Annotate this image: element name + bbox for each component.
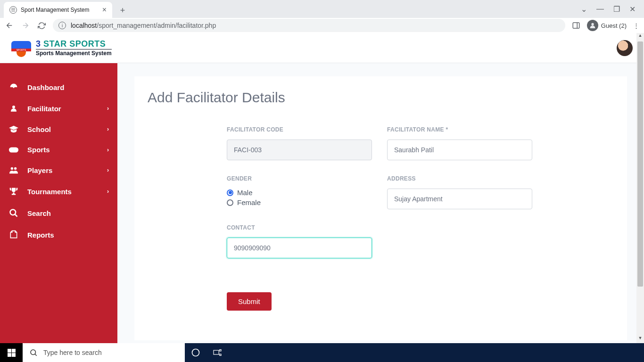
logo-badge-icon: SPORTS	[11, 41, 31, 55]
gender-label: GENDER	[227, 175, 372, 182]
gender-radio-female[interactable]: Female	[227, 198, 372, 206]
maximize-icon[interactable]: ❐	[613, 5, 620, 14]
close-tab-icon[interactable]: ×	[102, 6, 107, 14]
svg-line-10	[15, 214, 17, 217]
chevron-right-icon: ›	[107, 126, 109, 132]
field-gender: GENDER Male Female	[227, 175, 372, 209]
site-info-icon[interactable]: i	[58, 22, 66, 29]
dashboard-icon	[8, 82, 19, 92]
sidebar-item-reports[interactable]: Reports	[0, 224, 117, 246]
svg-rect-4	[13, 84, 14, 86]
reload-button[interactable]	[37, 21, 46, 30]
facilitator-code-label: FACILITATOR CODE	[227, 126, 372, 133]
url-host: localhost	[71, 22, 97, 29]
taskbar-search[interactable]: Type here to search	[23, 343, 185, 362]
main-content: Add Facilitator Details FACILITATOR CODE…	[117, 63, 644, 343]
grad-cap-icon	[8, 125, 19, 133]
person-icon	[587, 20, 598, 31]
address-bar[interactable]: i localhost/sport_management/admin/facil…	[53, 19, 565, 32]
user-icon	[8, 104, 19, 113]
minimize-icon[interactable]: —	[596, 5, 604, 13]
svg-rect-6	[9, 147, 18, 152]
panel-icon[interactable]	[572, 21, 580, 30]
forward-button[interactable]	[21, 21, 30, 30]
sidebar-item-tournaments[interactable]: Tournaments›	[0, 181, 117, 202]
sidebar: DashboardFacilitator›School›Sports›Playe…	[0, 63, 117, 343]
sidebar-item-label: Players	[27, 166, 52, 174]
profile-button[interactable]: Guest (2)	[587, 20, 627, 31]
svg-line-12	[35, 354, 37, 356]
new-tab-button[interactable]: +	[116, 4, 129, 17]
gender-radio-male[interactable]: Male	[227, 189, 372, 197]
app-logo[interactable]: SPORTS 3 STAR SPORTS Sports Management S…	[11, 39, 112, 57]
chevron-right-icon: ›	[107, 147, 109, 153]
address-label: ADDRESS	[387, 175, 532, 182]
sidebar-item-label: Search	[27, 209, 51, 217]
submit-button[interactable]: Submit	[227, 292, 272, 311]
cortana-icon[interactable]	[185, 343, 206, 362]
sidebar-item-label: Reports	[27, 231, 54, 239]
svg-rect-15	[220, 350, 221, 351]
url-path: /sport_management/admin/facilitator.php	[97, 22, 216, 29]
facilitator-name-label: FACILITATOR NAME *	[387, 126, 532, 133]
search-icon	[29, 348, 38, 357]
page-title: Add Facilitator Details	[148, 90, 614, 106]
svg-rect-0	[573, 23, 579, 28]
facilitator-name-input[interactable]	[387, 140, 532, 160]
back-button[interactable]	[5, 21, 14, 30]
windows-taskbar: Type here to search	[0, 343, 644, 362]
sidebar-item-label: Dashboard	[27, 83, 64, 91]
search-icon	[8, 208, 19, 218]
sidebar-item-sports[interactable]: Sports›	[0, 140, 117, 160]
address-input[interactable]	[387, 189, 532, 209]
svg-point-9	[10, 210, 16, 215]
sidebar-item-label: Facilitator	[27, 105, 61, 113]
svg-rect-16	[220, 354, 221, 355]
logo-subtitle: Sports Management System	[36, 49, 112, 57]
scroll-down-icon[interactable]: ▼	[636, 336, 644, 343]
chevron-right-icon: ›	[107, 167, 109, 173]
scrollbar[interactable]: ▲ ▼	[636, 33, 644, 343]
scroll-thumb[interactable]	[637, 41, 643, 287]
svg-point-8	[14, 167, 17, 170]
sidebar-item-label: School	[27, 125, 51, 133]
gamepad-icon	[8, 146, 19, 154]
field-facilitator-name: FACILITATOR NAME *	[387, 126, 532, 160]
sidebar-item-dashboard[interactable]: Dashboard	[0, 76, 117, 98]
form-card: Add Facilitator Details FACILITATOR CODE…	[134, 76, 627, 340]
task-view-icon[interactable]	[206, 343, 228, 362]
sidebar-item-school[interactable]: School›	[0, 119, 117, 140]
sidebar-item-facilitator[interactable]: Facilitator›	[0, 98, 117, 119]
svg-point-13	[192, 349, 199, 356]
field-contact: CONTACT	[227, 224, 372, 258]
sidebar-item-search[interactable]: Search	[0, 202, 117, 224]
radio-unchecked-icon	[227, 199, 233, 206]
svg-point-11	[31, 350, 36, 355]
user-avatar[interactable]	[617, 40, 633, 56]
sidebar-item-label: Sports	[27, 146, 50, 154]
facilitator-code-input	[227, 140, 372, 160]
contact-input[interactable]	[227, 238, 372, 258]
trophy-icon	[8, 187, 19, 196]
contact-label: CONTACT	[227, 224, 372, 231]
browser-tab[interactable]: Sport Management System ×	[4, 2, 112, 18]
chevron-right-icon: ›	[107, 105, 109, 112]
users-icon	[8, 166, 19, 174]
sidebar-item-label: Tournaments	[27, 188, 72, 196]
svg-point-5	[12, 106, 15, 108]
guest-label: Guest (2)	[601, 22, 627, 29]
reports-icon	[8, 230, 19, 239]
start-button[interactable]	[0, 343, 23, 362]
svg-point-3	[13, 86, 14, 88]
sidebar-item-players[interactable]: Players›	[0, 160, 117, 181]
app-header: SPORTS 3 STAR SPORTS Sports Management S…	[0, 33, 644, 63]
svg-point-2	[591, 23, 594, 25]
radio-checked-icon	[227, 189, 233, 196]
caret-down-icon[interactable]: ⌄	[581, 5, 587, 14]
scroll-up-icon[interactable]: ▲	[636, 33, 644, 41]
tab-title: Sport Management System	[21, 7, 89, 13]
taskbar-search-placeholder: Type here to search	[43, 349, 102, 356]
close-window-icon[interactable]: ✕	[629, 5, 636, 14]
windows-logo-icon	[8, 349, 16, 357]
kebab-menu-icon[interactable]: ⋮	[633, 22, 639, 29]
